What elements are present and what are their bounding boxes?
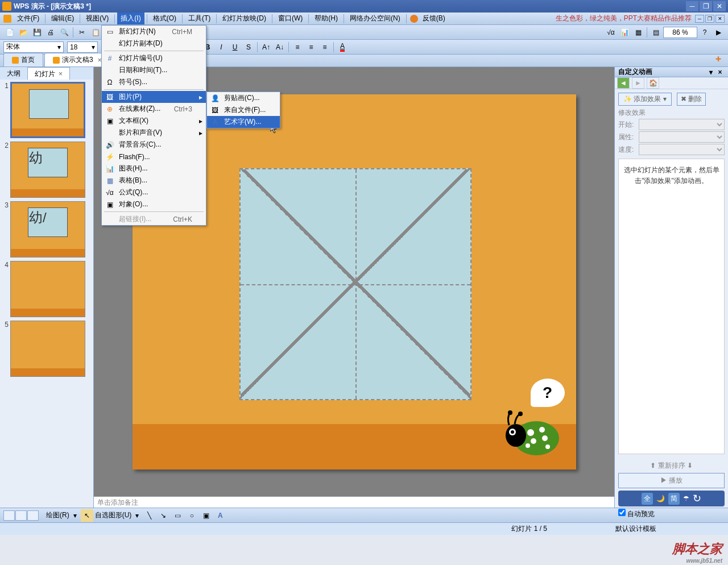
show-button[interactable]: ▶ <box>712 26 725 39</box>
menu-online[interactable]: 网络办公空间(N) <box>346 13 404 24</box>
menuitem-object[interactable]: ▣对象(O)... <box>102 198 206 210</box>
tab-add-button[interactable]: ✚ <box>712 53 725 65</box>
back-button[interactable]: ◄ <box>617 77 630 89</box>
help-icon[interactable]: ? <box>698 26 711 39</box>
menuitem-formula[interactable]: √α公式(Q)... <box>102 186 206 198</box>
rect-tool[interactable]: ▭ <box>171 509 184 522</box>
panel-close-icon[interactable]: × <box>59 70 63 78</box>
menu-feedback[interactable]: 反馈(B) <box>419 13 449 24</box>
menuitem-textbox[interactable]: ▣文本框(X)▸ <box>102 115 206 127</box>
menuitem-bgmusic[interactable]: 🔊背景音乐(C)... <box>102 139 206 151</box>
doc-close[interactable]: ✕ <box>715 15 725 23</box>
panel-close-icon[interactable]: × <box>715 68 725 76</box>
maximize-button[interactable]: ❐ <box>700 1 712 11</box>
normal-view-button[interactable] <box>3 510 15 521</box>
sorter-view-button[interactable] <box>15 510 27 521</box>
menuitem-new-slide[interactable]: ▭新幻灯片(N)Ctrl+M <box>102 26 206 38</box>
tab-home[interactable]: 首页 <box>3 53 43 67</box>
menuitem-fromfile[interactable]: 🖼来自文件(F)... <box>207 104 280 116</box>
menu-insert[interactable]: 插入(I) <box>117 13 144 24</box>
add-effect-button[interactable]: ✨ 添加效果 ▾ <box>618 93 672 106</box>
thumbnail[interactable]: 1 <box>2 82 91 138</box>
align-right-button[interactable]: ≡ <box>318 41 331 53</box>
arrow-tool[interactable]: ↘ <box>157 509 169 522</box>
delete-effect-button[interactable]: ✖ 删除 <box>677 93 706 106</box>
property-select[interactable] <box>639 131 725 143</box>
textbox-tool[interactable]: ▣ <box>200 509 212 522</box>
menuitem-clipart[interactable]: 👤剪贴画(C)... <box>207 92 280 104</box>
menuitem-slide-number[interactable]: #幻灯片编号(U) <box>102 52 206 64</box>
menuitem-wordart[interactable]: A艺术字(W)... <box>207 116 280 128</box>
menu-help[interactable]: 帮助(H) <box>311 13 341 24</box>
notes-input[interactable]: 单击添加备注 <box>94 496 614 508</box>
play-button[interactable]: ▶ 播放 <box>618 473 725 488</box>
chart-icon[interactable]: 📊 <box>618 26 631 39</box>
formula-icon[interactable]: √α <box>605 26 617 39</box>
shadow-button[interactable]: S <box>242 41 255 53</box>
menu-tools[interactable]: 工具(T) <box>185 13 214 24</box>
menuitem-online[interactable]: ⊕在线素材(Z)...Ctrl+3 <box>102 103 206 115</box>
line-tool[interactable]: ╲ <box>143 509 155 522</box>
thumbnail[interactable]: 2幼 <box>2 142 91 198</box>
decrease-font-button[interactable]: A↓ <box>274 41 286 53</box>
thumbnail-list[interactable]: 1 2幼 3幼/ 4 5 <box>0 80 93 508</box>
doc-restore[interactable]: ❐ <box>705 15 714 23</box>
menuitem-flash[interactable]: ⚡Flash(F)... <box>102 151 206 163</box>
promo-text[interactable]: 生之色彩，绿之纯美，PPT大赛精品作品推荐 <box>556 14 692 23</box>
fontsize-select[interactable]: 18▾ <box>67 41 98 53</box>
open-button[interactable]: 📂 <box>17 26 30 39</box>
menu-file[interactable]: 文件(F) <box>14 13 43 24</box>
align-left-button[interactable]: ≡ <box>291 41 304 53</box>
close-button[interactable]: ✕ <box>713 1 726 11</box>
slideshow-view-button[interactable] <box>27 510 39 521</box>
doc-minimize[interactable]: ─ <box>695 15 704 23</box>
minimize-button[interactable]: ─ <box>686 1 698 11</box>
forward-button[interactable]: ► <box>632 77 644 89</box>
menu-slideshow[interactable]: 幻灯片放映(D) <box>219 13 270 24</box>
menuitem-media[interactable]: 影片和声音(V)▸ <box>102 127 206 139</box>
menu-window[interactable]: 窗口(W) <box>275 13 306 24</box>
tab-document[interactable]: 演示文稿3× <box>44 53 110 67</box>
preview-button[interactable]: 🔍 <box>58 26 71 39</box>
menuitem-duplicate-slide[interactable]: 幻灯片副本(D) <box>102 38 206 49</box>
draw-menu[interactable]: 绘图(R) <box>46 510 69 520</box>
print-button[interactable]: 🖨 <box>44 26 57 39</box>
new-button[interactable]: 📄 <box>3 26 16 39</box>
menuitem-chart[interactable]: 📊图表(H)... <box>102 163 206 175</box>
cut-button[interactable]: ✂ <box>76 26 88 39</box>
menuitem-hyperlink[interactable]: 超链接(I)...Ctrl+K <box>102 213 206 225</box>
brand-badge[interactable]: 全 🌙 简 ☂ ↻ <box>618 491 725 506</box>
align-center-button[interactable]: ≡ <box>305 41 317 53</box>
grid-icon[interactable]: ▤ <box>650 26 662 39</box>
placeholder-box[interactable] <box>239 168 471 400</box>
autoshape-menu[interactable]: 自选图形(U) <box>95 510 132 520</box>
fontcolor-button[interactable]: A <box>336 41 349 53</box>
panel-dropdown-icon[interactable]: ▾ <box>706 68 715 76</box>
home-button[interactable]: 🏠 <box>647 77 659 89</box>
thumbnail[interactable]: 3幼/ <box>2 201 91 257</box>
menu-format[interactable]: 格式(O) <box>150 13 180 24</box>
italic-button[interactable]: I <box>215 41 228 53</box>
zoom-select[interactable]: 86 % <box>663 27 697 38</box>
oval-tool[interactable]: ○ <box>185 509 198 522</box>
copy-button[interactable]: 📋 <box>89 26 102 39</box>
menuitem-picture[interactable]: 🖼图片(P)▸ <box>102 91 206 103</box>
increase-font-button[interactable]: A↑ <box>260 41 272 53</box>
menuitem-symbol[interactable]: Ω符号(S)... <box>102 76 206 88</box>
start-select[interactable] <box>639 119 725 130</box>
autoprev-checkbox[interactable] <box>618 509 626 516</box>
speed-select[interactable] <box>639 144 725 155</box>
underline-button[interactable]: U <box>229 41 241 53</box>
menuitem-datetime[interactable]: 日期和时间(T)... <box>102 64 206 76</box>
thumbnail[interactable]: 5 <box>2 321 91 377</box>
menu-edit[interactable]: 编辑(E) <box>48 13 77 24</box>
table-icon[interactable]: ▦ <box>632 26 644 39</box>
font-select[interactable]: 宋体▾ <box>3 41 64 53</box>
thumbnail[interactable]: 4 <box>2 261 91 317</box>
menuitem-table[interactable]: ▦表格(B)... <box>102 175 206 186</box>
slides-tab[interactable]: 幻灯片× <box>27 67 70 80</box>
select-tool[interactable]: ↖ <box>81 509 93 522</box>
wordart-tool[interactable]: A <box>214 509 226 522</box>
outline-tab[interactable]: 大纲 <box>0 67 27 80</box>
save-button[interactable]: 💾 <box>31 26 43 39</box>
